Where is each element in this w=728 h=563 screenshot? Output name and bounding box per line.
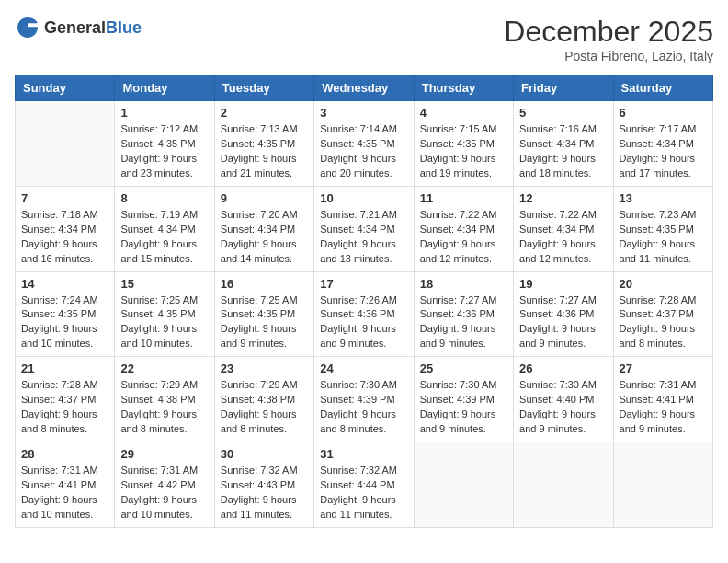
- day-cell: 29Sunrise: 7:31 AMSunset: 4:42 PMDayligh…: [115, 442, 214, 528]
- day-cell: 13Sunrise: 7:23 AMSunset: 4:35 PMDayligh…: [613, 186, 712, 271]
- header-cell-tuesday: Tuesday: [214, 75, 313, 101]
- day-number: 13: [620, 191, 707, 205]
- day-info: Sunrise: 7:28 AMSunset: 4:37 PMDaylight:…: [21, 378, 108, 437]
- header-cell-sunday: Sunday: [16, 75, 115, 101]
- day-cell: 8Sunrise: 7:19 AMSunset: 4:34 PMDaylight…: [115, 186, 214, 271]
- day-number: 9: [221, 191, 308, 205]
- day-number: 4: [420, 106, 507, 120]
- day-info: Sunrise: 7:22 AMSunset: 4:34 PMDaylight:…: [420, 208, 507, 267]
- day-number: 3: [320, 106, 407, 120]
- day-info: Sunrise: 7:27 AMSunset: 4:36 PMDaylight:…: [519, 293, 607, 352]
- day-number: 21: [21, 362, 108, 375]
- day-number: 17: [320, 277, 407, 291]
- week-row-1: 7Sunrise: 7:18 AMSunset: 4:34 PMDaylight…: [16, 186, 713, 271]
- week-row-0: 1Sunrise: 7:12 AMSunset: 4:35 PMDaylight…: [16, 101, 713, 187]
- day-cell: 31Sunrise: 7:32 AMSunset: 4:44 PMDayligh…: [314, 442, 414, 528]
- day-cell: 10Sunrise: 7:21 AMSunset: 4:34 PMDayligh…: [314, 186, 414, 271]
- day-number: 27: [620, 362, 707, 375]
- day-info: Sunrise: 7:16 AMSunset: 4:34 PMDaylight:…: [519, 122, 607, 181]
- day-number: 11: [420, 191, 507, 205]
- general-blue-icon: [15, 15, 40, 40]
- day-number: 25: [420, 362, 507, 375]
- day-number: 28: [21, 447, 108, 461]
- day-number: 14: [21, 277, 108, 291]
- day-info: Sunrise: 7:29 AMSunset: 4:38 PMDaylight:…: [120, 378, 208, 437]
- calendar-header: SundayMondayTuesdayWednesdayThursdayFrid…: [16, 75, 713, 101]
- day-cell: 11Sunrise: 7:22 AMSunset: 4:34 PMDayligh…: [414, 186, 513, 271]
- day-number: 6: [620, 106, 707, 120]
- day-info: Sunrise: 7:18 AMSunset: 4:34 PMDaylight:…: [21, 208, 108, 267]
- location: Posta Fibreno, Lazio, Italy: [504, 49, 713, 63]
- logo-text: GeneralBlue: [44, 18, 142, 38]
- day-number: 12: [519, 191, 607, 205]
- day-number: 16: [221, 277, 308, 291]
- day-info: Sunrise: 7:30 AMSunset: 4:40 PMDaylight:…: [519, 378, 607, 437]
- header-cell-wednesday: Wednesday: [314, 75, 414, 101]
- day-cell: 6Sunrise: 7:17 AMSunset: 4:34 PMDaylight…: [613, 101, 712, 187]
- month-title: December 2025: [504, 15, 713, 49]
- day-info: Sunrise: 7:23 AMSunset: 4:35 PMDaylight:…: [620, 208, 707, 267]
- calendar-body: 1Sunrise: 7:12 AMSunset: 4:35 PMDaylight…: [16, 101, 713, 528]
- header-cell-friday: Friday: [514, 75, 613, 101]
- day-cell: 26Sunrise: 7:30 AMSunset: 4:40 PMDayligh…: [514, 357, 613, 442]
- day-cell: 7Sunrise: 7:18 AMSunset: 4:34 PMDaylight…: [16, 186, 115, 271]
- day-info: Sunrise: 7:32 AMSunset: 4:44 PMDaylight:…: [320, 464, 407, 523]
- day-cell: [16, 101, 115, 187]
- day-cell: 22Sunrise: 7:29 AMSunset: 4:38 PMDayligh…: [115, 357, 214, 442]
- day-number: 23: [221, 362, 308, 375]
- day-info: Sunrise: 7:31 AMSunset: 4:42 PMDaylight:…: [120, 464, 208, 523]
- week-row-3: 21Sunrise: 7:28 AMSunset: 4:37 PMDayligh…: [16, 357, 713, 442]
- day-number: 19: [519, 277, 607, 291]
- day-number: 1: [120, 106, 208, 120]
- day-cell: 4Sunrise: 7:15 AMSunset: 4:35 PMDaylight…: [414, 101, 513, 187]
- page-header: GeneralBlue December 2025 Posta Fibreno,…: [15, 15, 713, 63]
- day-cell: 24Sunrise: 7:30 AMSunset: 4:39 PMDayligh…: [314, 357, 414, 442]
- day-cell: 15Sunrise: 7:25 AMSunset: 4:35 PMDayligh…: [115, 271, 214, 357]
- day-info: Sunrise: 7:27 AMSunset: 4:36 PMDaylight:…: [420, 293, 507, 352]
- day-number: 18: [420, 277, 507, 291]
- day-number: 2: [221, 106, 308, 120]
- day-cell: 28Sunrise: 7:31 AMSunset: 4:41 PMDayligh…: [16, 442, 115, 528]
- day-number: 24: [320, 362, 407, 375]
- day-cell: 17Sunrise: 7:26 AMSunset: 4:36 PMDayligh…: [314, 271, 414, 357]
- logo: GeneralBlue: [15, 15, 142, 40]
- day-info: Sunrise: 7:26 AMSunset: 4:36 PMDaylight:…: [320, 293, 407, 352]
- day-cell: 9Sunrise: 7:20 AMSunset: 4:34 PMDaylight…: [214, 186, 313, 271]
- day-info: Sunrise: 7:17 AMSunset: 4:34 PMDaylight:…: [620, 122, 707, 181]
- day-info: Sunrise: 7:15 AMSunset: 4:35 PMDaylight:…: [420, 122, 507, 181]
- day-info: Sunrise: 7:28 AMSunset: 4:37 PMDaylight:…: [620, 293, 707, 352]
- day-info: Sunrise: 7:30 AMSunset: 4:39 PMDaylight:…: [320, 378, 407, 437]
- day-info: Sunrise: 7:25 AMSunset: 4:35 PMDaylight:…: [120, 293, 208, 352]
- day-number: 30: [221, 447, 308, 461]
- day-cell: 1Sunrise: 7:12 AMSunset: 4:35 PMDaylight…: [115, 101, 214, 187]
- day-number: 7: [21, 191, 108, 205]
- day-cell: 27Sunrise: 7:31 AMSunset: 4:41 PMDayligh…: [613, 357, 712, 442]
- day-cell: 12Sunrise: 7:22 AMSunset: 4:34 PMDayligh…: [514, 186, 613, 271]
- day-info: Sunrise: 7:12 AMSunset: 4:35 PMDaylight:…: [120, 122, 208, 181]
- day-info: Sunrise: 7:29 AMSunset: 4:38 PMDaylight:…: [221, 378, 308, 437]
- day-cell: 19Sunrise: 7:27 AMSunset: 4:36 PMDayligh…: [514, 271, 613, 357]
- header-cell-saturday: Saturday: [613, 75, 712, 101]
- week-row-4: 28Sunrise: 7:31 AMSunset: 4:41 PMDayligh…: [16, 442, 713, 528]
- day-info: Sunrise: 7:21 AMSunset: 4:34 PMDaylight:…: [320, 208, 407, 267]
- day-number: 10: [320, 191, 407, 205]
- day-number: 22: [120, 362, 208, 375]
- day-cell: 23Sunrise: 7:29 AMSunset: 4:38 PMDayligh…: [214, 357, 313, 442]
- day-info: Sunrise: 7:25 AMSunset: 4:35 PMDaylight:…: [221, 293, 308, 352]
- calendar-table: SundayMondayTuesdayWednesdayThursdayFrid…: [15, 75, 713, 528]
- day-cell: 14Sunrise: 7:24 AMSunset: 4:35 PMDayligh…: [16, 271, 115, 357]
- day-info: Sunrise: 7:30 AMSunset: 4:39 PMDaylight:…: [420, 378, 507, 437]
- day-cell: 5Sunrise: 7:16 AMSunset: 4:34 PMDaylight…: [514, 101, 613, 187]
- day-cell: [514, 442, 613, 528]
- day-cell: 16Sunrise: 7:25 AMSunset: 4:35 PMDayligh…: [214, 271, 313, 357]
- day-cell: [414, 442, 513, 528]
- day-number: 29: [120, 447, 208, 461]
- day-cell: 2Sunrise: 7:13 AMSunset: 4:35 PMDaylight…: [214, 101, 313, 187]
- day-info: Sunrise: 7:13 AMSunset: 4:35 PMDaylight:…: [221, 122, 308, 181]
- day-cell: 20Sunrise: 7:28 AMSunset: 4:37 PMDayligh…: [613, 271, 712, 357]
- day-cell: 3Sunrise: 7:14 AMSunset: 4:35 PMDaylight…: [314, 101, 414, 187]
- day-info: Sunrise: 7:32 AMSunset: 4:43 PMDaylight:…: [221, 464, 308, 523]
- day-info: Sunrise: 7:24 AMSunset: 4:35 PMDaylight:…: [21, 293, 108, 352]
- day-info: Sunrise: 7:20 AMSunset: 4:34 PMDaylight:…: [221, 208, 308, 267]
- day-cell: [613, 442, 712, 528]
